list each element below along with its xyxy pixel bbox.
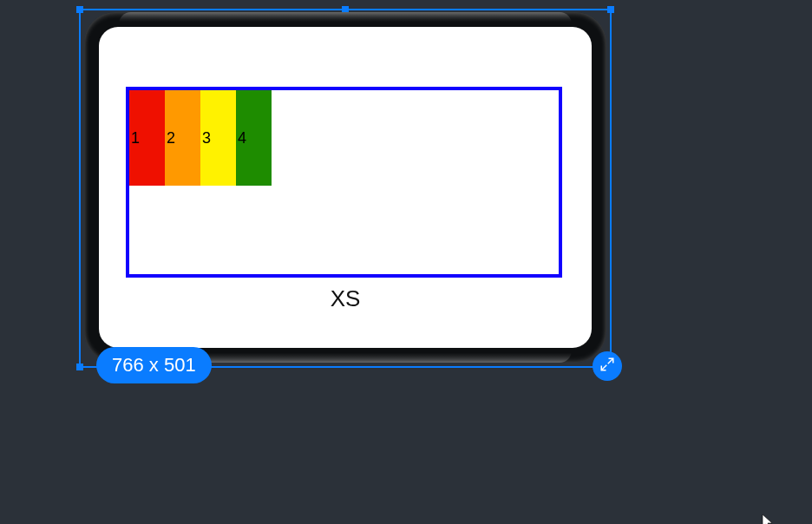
device-screen: 1 2 3 4 XS xyxy=(99,27,592,348)
resize-handle-top-left[interactable] xyxy=(76,6,83,13)
stripe-label: 4 xyxy=(238,129,246,147)
expand-handle[interactable] xyxy=(593,351,622,381)
stripe-label: 2 xyxy=(167,129,175,147)
resize-handle-bottom-left[interactable] xyxy=(76,364,83,370)
breakpoint-label: XS xyxy=(99,285,592,312)
device-preview-frame[interactable]: 1 2 3 4 XS xyxy=(84,12,606,363)
svg-line-1 xyxy=(601,365,606,370)
dimensions-text: 766 x 501 xyxy=(112,354,196,376)
stripe-item: 4 xyxy=(236,90,272,186)
stripe-row: 1 2 3 4 xyxy=(129,90,272,186)
stripe-item: 2 xyxy=(165,90,200,186)
stripe-label: 1 xyxy=(131,129,140,147)
expand-diagonal-icon xyxy=(599,357,615,376)
svg-line-0 xyxy=(608,358,613,364)
dimensions-badge[interactable]: 766 x 501 xyxy=(96,347,212,383)
mouse-cursor-icon xyxy=(762,514,774,524)
layout-container: 1 2 3 4 xyxy=(126,87,562,278)
stripe-item: 1 xyxy=(129,90,165,186)
resize-handle-top-right[interactable] xyxy=(607,6,614,13)
stripe-label: 3 xyxy=(202,129,211,147)
stripe-item: 3 xyxy=(200,90,236,186)
